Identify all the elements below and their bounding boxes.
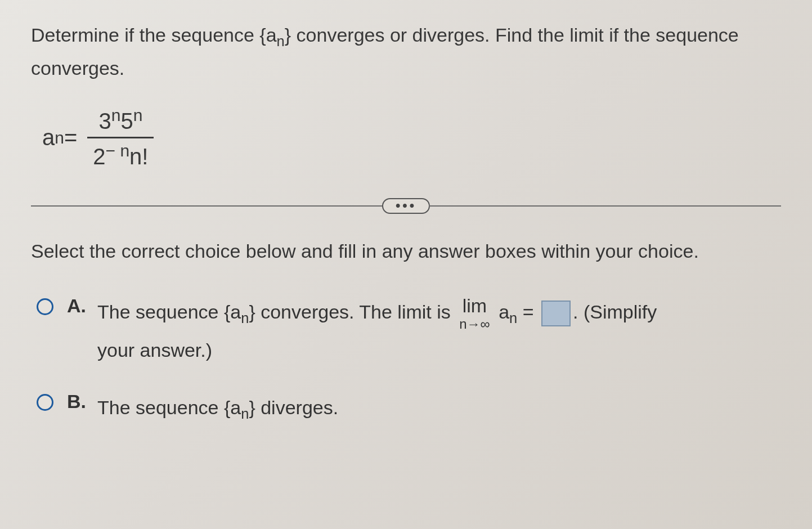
choice-a-label: A. <box>67 295 86 317</box>
limit-notation: lim n→∞ <box>459 296 490 331</box>
sequence-formula: an = 3n5n 2− nn! <box>42 103 781 173</box>
choice-a[interactable]: A. The sequence {an} converges. The limi… <box>37 294 781 368</box>
choice-list: A. The sequence {an} converges. The limi… <box>37 294 781 427</box>
q-part1: Determine if the sequence {a <box>31 24 277 46</box>
den-sup: − n <box>106 141 130 160</box>
numerator: 3n5n <box>93 103 148 137</box>
den-2: 2 <box>93 145 105 169</box>
choice-b-body: The sequence {an} diverges. <box>97 389 781 427</box>
ca-a: a <box>494 301 509 322</box>
q-sub: n <box>277 33 285 49</box>
answer-input-box[interactable] <box>541 301 571 326</box>
ca-eq: = <box>517 301 539 322</box>
section-divider: ••• <box>31 198 781 214</box>
ca-line2: your answer.) <box>97 339 212 361</box>
choice-a-body: The sequence {an} converges. The limit i… <box>97 294 781 368</box>
cb-sub1: n <box>241 406 249 422</box>
num-sup1: n <box>111 106 121 124</box>
lim-word: lim <box>463 296 487 315</box>
lhs-eq: = <box>64 125 77 150</box>
question-prompt: Determine if the sequence {an} converges… <box>31 20 781 83</box>
lhs-sub: n <box>55 128 64 147</box>
num-3: 3 <box>98 109 111 133</box>
num-sup2: n <box>133 106 143 124</box>
instruction-text: Select the correct choice below and fill… <box>31 236 781 266</box>
num-5: 5 <box>120 109 133 133</box>
radio-a[interactable] <box>37 298 53 315</box>
choice-b[interactable]: B. The sequence {an} diverges. <box>37 389 781 427</box>
cb-t2: } diverges. <box>249 397 338 418</box>
expand-button[interactable]: ••• <box>382 198 430 214</box>
choice-b-label: B. <box>67 391 86 413</box>
lhs-a: a <box>42 125 55 150</box>
ca-t2: } converges. The limit is <box>249 301 456 322</box>
divider-line-left <box>31 205 383 207</box>
ellipsis-icon: ••• <box>396 201 416 209</box>
denominator: 2− nn! <box>87 138 154 172</box>
radio-b[interactable] <box>37 394 53 411</box>
lim-sub: n→∞ <box>459 317 490 331</box>
formula-lhs: an = <box>42 125 77 150</box>
divider-line-right <box>429 205 781 207</box>
den-nf: n! <box>129 145 148 169</box>
ca-asub: n <box>509 310 517 326</box>
fraction: 3n5n 2− nn! <box>87 103 154 173</box>
ca-sub1: n <box>241 310 249 326</box>
ca-period: . (Simplify <box>573 301 657 322</box>
cb-t1: The sequence {a <box>97 397 241 418</box>
ca-t1: The sequence {a <box>97 301 241 322</box>
